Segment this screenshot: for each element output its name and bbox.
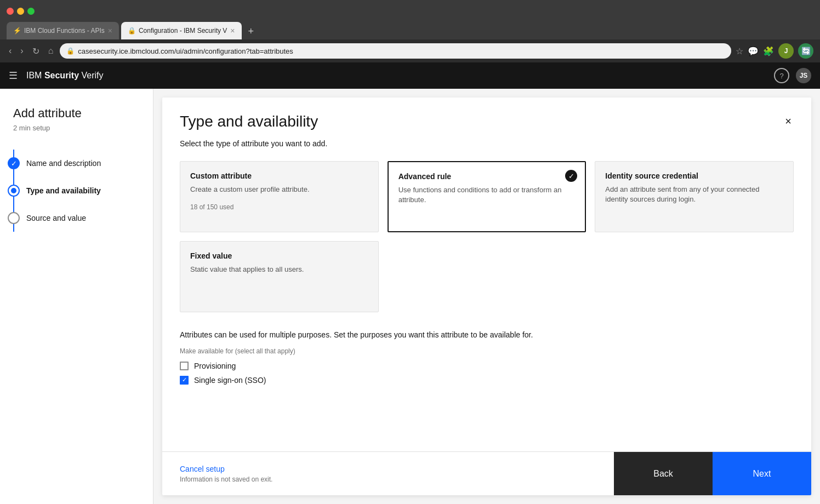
lock-icon: 🔒	[66, 47, 75, 55]
footer-left: Cancel setup Information is not saved on…	[162, 452, 614, 495]
user-avatar[interactable]: JS	[796, 68, 811, 83]
app-logo: IBM Security Verify	[26, 71, 104, 81]
card-empty-2	[388, 241, 586, 312]
tab1-title: IBM Cloud Functions - APIs	[24, 27, 105, 35]
step1-check: ✓	[11, 159, 17, 168]
step2-icon	[8, 185, 20, 197]
step-item-1: ✓ Name and description	[14, 150, 140, 177]
chat-icon[interactable]: 💬	[748, 46, 759, 56]
modal-description: Select the type of attribute you want to…	[180, 139, 794, 148]
step-item-2: Type and availability	[14, 177, 140, 204]
help-icon[interactable]: ?	[774, 68, 789, 83]
step-item-3: Source and value	[14, 204, 140, 232]
home-nav-button[interactable]: ⌂	[46, 44, 56, 58]
step3-icon	[8, 212, 20, 224]
provisioning-checkbox[interactable]	[180, 362, 189, 370]
profile-avatar[interactable]: J	[778, 43, 794, 59]
card-custom[interactable]: Custom attribute Create a custom user pr…	[180, 161, 379, 232]
browser-tab-2[interactable]: 🔒 Configuration - IBM Security V ×	[121, 22, 242, 39]
card-custom-desc: Create a custom user profile attribute.	[190, 185, 368, 194]
cancel-setup-link[interactable]: Cancel setup	[180, 465, 596, 473]
refresh-nav-button[interactable]: ↻	[30, 44, 42, 59]
card-fixed[interactable]: Fixed value Static value that applies to…	[180, 241, 379, 312]
star-icon[interactable]: ☆	[736, 46, 743, 56]
close-window-button[interactable]	[7, 8, 14, 15]
url-bar[interactable]: 🔒 casesecurity.ice.ibmcloud.com/ui/admin…	[60, 43, 731, 59]
provisioning-row: Provisioning	[180, 362, 794, 370]
card-custom-title: Custom attribute	[190, 171, 368, 180]
address-bar: ‹ › ↻ ⌂ 🔒 casesecurity.ice.ibmcloud.com/…	[0, 39, 820, 62]
step1-icon: ✓	[8, 157, 20, 169]
main-content: Add attribute 2 min setup ✓ Name and des…	[0, 89, 820, 504]
tab1-favicon: ⚡	[13, 27, 21, 35]
menu-hamburger-icon[interactable]: ☰	[9, 70, 18, 82]
new-tab-button[interactable]: +	[244, 24, 259, 39]
step1-label: Name and description	[26, 159, 101, 168]
card-identity[interactable]: Identity source credential Add an attrib…	[595, 161, 794, 232]
title-bar	[0, 0, 820, 22]
availability-intro: Attributes can be used for multiple purp…	[180, 330, 794, 341]
card-grid-row2: Fixed value Static value that applies to…	[180, 241, 794, 312]
tabs-bar: ⚡ IBM Cloud Functions - APIs × 🔒 Configu…	[0, 22, 820, 39]
card-advanced-title: Advanced rule	[398, 172, 576, 181]
make-available-label: Make available for (select all that appl…	[180, 347, 794, 355]
sso-checkbox[interactable]: ✓	[180, 376, 189, 385]
browser-frame: ⚡ IBM Cloud Functions - APIs × 🔒 Configu…	[0, 0, 820, 504]
app-logo-bold: Security	[44, 71, 79, 80]
card-fixed-desc: Static value that applies to all users.	[190, 265, 368, 274]
tab1-close[interactable]: ×	[108, 26, 112, 35]
tab2-close[interactable]: ×	[230, 26, 235, 35]
app-header: ☰ IBM Security Verify ? JS	[0, 62, 820, 89]
sync-avatar[interactable]: 🔄	[798, 43, 813, 59]
header-right: ? JS	[774, 68, 811, 83]
step2-inner-dot	[11, 188, 16, 193]
tab2-favicon: 🔒	[128, 27, 135, 35]
modal-footer: Cancel setup Information is not saved on…	[162, 451, 811, 495]
step-list: ✓ Name and description Type and availabi…	[13, 150, 140, 232]
card-identity-title: Identity source credential	[605, 171, 783, 180]
modal-title: Type and availability	[180, 113, 318, 130]
sso-row: ✓ Single sign-on (SSO)	[180, 376, 794, 385]
sso-label: Single sign-on (SSO)	[194, 376, 266, 385]
cancel-desc: Information is not saved on exit.	[180, 476, 596, 483]
card-advanced-check: ✓	[565, 170, 577, 182]
maximize-window-button[interactable]	[27, 8, 35, 15]
card-custom-usage: 18 of 150 used	[190, 203, 368, 211]
card-grid-row1: Custom attribute Create a custom user pr…	[180, 161, 794, 232]
address-bar-right: ☆ 💬 🧩 J 🔄	[736, 43, 813, 59]
modal-body: Select the type of attribute you want to…	[162, 130, 811, 451]
back-nav-button[interactable]: ‹	[7, 44, 14, 58]
app-logo-suffix: Verify	[79, 71, 103, 80]
modal-panel: Type and availability × Select the type …	[162, 98, 811, 495]
card-advanced-desc: Use functions and conditions to add or t…	[398, 185, 576, 205]
sidebar-subtitle: 2 min setup	[13, 124, 140, 132]
step3-label: Source and value	[26, 214, 86, 222]
step2-label: Type and availability	[26, 186, 101, 195]
sidebar-title: Add attribute	[13, 106, 140, 121]
traffic-lights	[7, 8, 35, 15]
url-text: casesecurity.ice.ibmcloud.com/ui/admin/c…	[78, 47, 725, 55]
card-advanced[interactable]: ✓ Advanced rule Use functions and condit…	[388, 161, 586, 232]
card-fixed-title: Fixed value	[190, 251, 368, 260]
back-button[interactable]: Back	[614, 452, 713, 495]
tab2-title: Configuration - IBM Security V	[139, 27, 227, 35]
card-empty-3	[595, 241, 794, 312]
modal-close-button[interactable]: ×	[783, 113, 794, 130]
sidebar: Add attribute 2 min setup ✓ Name and des…	[0, 89, 153, 504]
forward-nav-button[interactable]: ›	[18, 44, 25, 58]
app-logo-normal: IBM	[26, 71, 44, 80]
minimize-window-button[interactable]	[17, 8, 24, 15]
checkmark-icon: ✓	[568, 172, 574, 180]
browser-tab-1[interactable]: ⚡ IBM Cloud Functions - APIs ×	[7, 22, 119, 39]
puzzle-icon[interactable]: 🧩	[763, 46, 774, 56]
modal-header: Type and availability ×	[162, 98, 811, 130]
card-identity-desc: Add an attribute sent from any of your c…	[605, 185, 783, 204]
next-button[interactable]: Next	[713, 452, 811, 495]
provisioning-label: Provisioning	[194, 362, 236, 370]
sso-checkmark-icon: ✓	[182, 376, 187, 383]
